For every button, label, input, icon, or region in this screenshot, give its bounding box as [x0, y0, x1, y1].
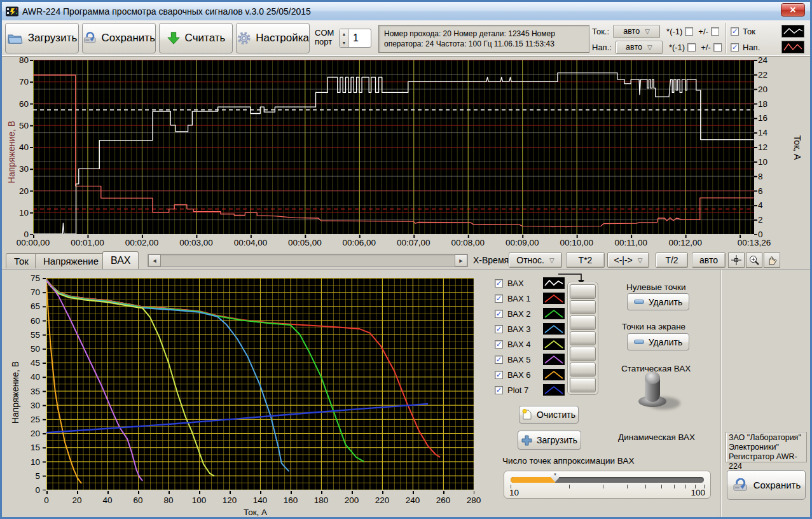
com-port-stepper[interactable]: ▲ ▼ 1: [339, 29, 371, 48]
series-ВАХ 6: [46, 284, 81, 483]
spin-up-icon[interactable]: ▲: [340, 29, 348, 38]
current-visible-checkbox[interactable]: ✓: [731, 27, 739, 36]
vax-y-ticks: [43, 278, 46, 490]
time-tick-label: 00:07,00: [397, 238, 430, 247]
legend-checkbox[interactable]: ✓: [495, 325, 503, 333]
zoom-time-x2-button[interactable]: T*2: [566, 253, 605, 268]
load-vax-button[interactable]: Загрузить: [518, 431, 581, 450]
invert-checkbox-voltage[interactable]: [687, 43, 696, 52]
relative-dropdown[interactable]: Относ.▽: [509, 253, 562, 268]
vax-x-tick-label: 220: [375, 495, 390, 505]
invert-label: *(-1): [666, 27, 682, 36]
vax-y-tick-label: 55: [31, 329, 40, 339]
cursor-tool-button[interactable]: [728, 253, 745, 268]
vax-y-tick-label: 25: [31, 415, 40, 424]
plot-order-button[interactable]: [570, 347, 596, 361]
plot-order-button[interactable]: [570, 363, 596, 377]
new-page-icon: [522, 409, 532, 420]
pan-tool-button[interactable]: [764, 253, 780, 268]
zoom-time-half-button[interactable]: T/2: [656, 253, 688, 268]
vax-y-labels: 051015202530354045505560657075: [21, 278, 40, 490]
legend-checkbox[interactable]: ✓: [495, 279, 503, 287]
vax-x-tick-label: 260: [436, 495, 451, 505]
legend-swatch[interactable]: [543, 384, 565, 396]
current-tick-label: 22: [758, 69, 767, 79]
delete-zero-points-button[interactable]: Удалить: [627, 293, 689, 310]
plot-order-button[interactable]: [570, 378, 596, 392]
scroll-right-icon[interactable]: ►: [455, 254, 467, 266]
read-button[interactable]: Считать: [159, 23, 233, 53]
time-tick-label: 00:13,26: [738, 238, 771, 247]
delete-icon: [634, 340, 644, 344]
auto-scale-button[interactable]: авто: [692, 253, 726, 268]
time-scrollbar[interactable]: ◄ ►: [148, 254, 468, 267]
load-button-label: Загрузить: [28, 32, 78, 45]
legend-checkbox[interactable]: ✓: [495, 371, 503, 379]
plot-order-button[interactable]: [570, 284, 596, 299]
com-port-value[interactable]: 1: [349, 29, 371, 47]
chevron-down-icon: ▽: [645, 28, 650, 35]
time-tick-label: 00:05,00: [288, 238, 322, 247]
legend-checkbox[interactable]: ✓: [495, 294, 503, 303]
voltage-scale-dropdown[interactable]: авто ▽: [616, 41, 663, 54]
hand-icon: [766, 254, 778, 266]
scroll-left-icon[interactable]: ◄: [148, 254, 161, 266]
company-info: ЗАО "Лаборатория" Электроники" Регистрат…: [726, 432, 807, 462]
legend-swatch[interactable]: [543, 323, 565, 335]
vax-x-tick-label: 40: [102, 495, 112, 505]
save-button[interactable]: Сохранить: [82, 23, 156, 53]
vax-y-tick-label: 40: [31, 372, 40, 382]
clear-button[interactable]: Очистить: [519, 406, 579, 424]
tab-voltage[interactable]: Напряжение: [35, 253, 107, 268]
plot-order-button[interactable]: [570, 300, 596, 315]
load-button[interactable]: Загрузить: [5, 23, 79, 53]
vax-x-ticks: [46, 491, 474, 494]
delete-screen-points-button[interactable]: Удалить: [627, 333, 689, 350]
plot-order-button[interactable]: [570, 315, 596, 330]
legend-label: ВАХ 1: [507, 294, 539, 303]
plusminus-checkbox-current[interactable]: [711, 27, 719, 36]
plusminus-checkbox-voltage[interactable]: [713, 43, 722, 52]
close-button[interactable]: ✕: [781, 3, 805, 17]
vax-plot-area[interactable]: [46, 278, 474, 490]
slider-track[interactable]: ▾: [511, 477, 704, 483]
series-Ток: [33, 73, 754, 234]
legend-swatch[interactable]: [543, 354, 565, 365]
legend-checkbox[interactable]: ✓: [495, 340, 503, 349]
plot-order-button[interactable]: [570, 331, 596, 346]
current-tick-label: 12: [758, 142, 767, 152]
current-visible-label: Ток: [743, 27, 755, 36]
voltage-tick-label: 20: [2, 186, 29, 195]
info-line-1: Номер прохода: 20 Номер детали: 12345 Но…: [384, 29, 584, 39]
time-tick-label: 00:10,00: [560, 238, 593, 247]
time-tick-label: 00:11,00: [614, 238, 647, 247]
legend-label: ВАХ 5: [507, 355, 539, 364]
legend-checkbox[interactable]: ✓: [495, 386, 503, 394]
save-vax-button[interactable]: Сохранить: [727, 470, 806, 500]
time-tick-label: 00:04,00: [234, 238, 268, 247]
series-Нап.: [33, 75, 754, 227]
invert-checkbox-current[interactable]: [685, 27, 693, 36]
legend-checkbox[interactable]: ✓: [495, 356, 503, 364]
legend-label: ВАХ: [507, 279, 539, 288]
legend-swatch[interactable]: [543, 369, 565, 380]
zoom-tool-button[interactable]: [746, 253, 762, 268]
static-vax-toggle[interactable]: [631, 371, 682, 413]
vax-y-tick-label: 10: [31, 457, 40, 466]
tab-vax[interactable]: ВАХ: [102, 251, 139, 269]
legend-swatch[interactable]: [543, 293, 565, 304]
legend-swatch[interactable]: [543, 308, 565, 319]
center-dropdown[interactable]: <-|->▽: [607, 253, 649, 268]
tab-current[interactable]: Ток: [6, 253, 37, 268]
spin-down-icon[interactable]: ▼: [340, 38, 348, 47]
voltage-visible-checkbox[interactable]: ✓: [731, 43, 739, 52]
settings-button[interactable]: Настройка: [236, 23, 310, 53]
current-scale-dropdown[interactable]: авто ▽: [613, 25, 660, 38]
toolbar-separator: [726, 23, 727, 53]
approx-points-slider[interactable]: ▾ 10 100: [504, 471, 711, 499]
legend-swatch[interactable]: [543, 338, 565, 350]
legend-checkbox[interactable]: ✓: [495, 310, 503, 318]
slider-min-label: 10: [509, 488, 519, 497]
time-plot-area[interactable]: [33, 60, 754, 234]
vax-controls-panel: ✓ВАХ✓ВАХ 1✓ВАХ 2✓ВАХ 3✓ВАХ 4✓ВАХ 5✓ВАХ 6…: [490, 270, 720, 517]
